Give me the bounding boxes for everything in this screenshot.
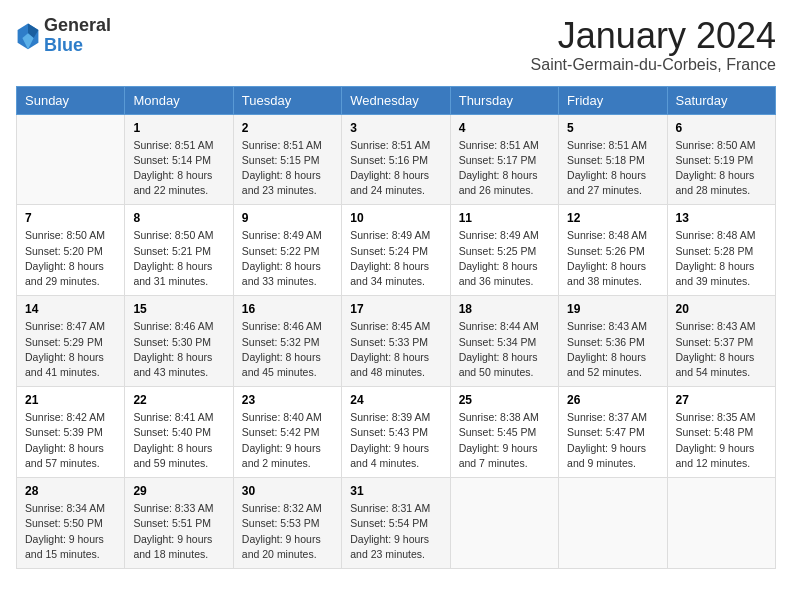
header-cell-friday: Friday — [559, 86, 667, 114]
day-number: 10 — [350, 211, 441, 225]
day-number: 6 — [676, 121, 767, 135]
day-info: Sunrise: 8:33 AM Sunset: 5:51 PM Dayligh… — [133, 501, 224, 562]
calendar-cell: 14Sunrise: 8:47 AM Sunset: 5:29 PM Dayli… — [17, 296, 125, 387]
week-row-0: 1Sunrise: 8:51 AM Sunset: 5:14 PM Daylig… — [17, 114, 776, 205]
calendar-cell: 26Sunrise: 8:37 AM Sunset: 5:47 PM Dayli… — [559, 387, 667, 478]
calendar-cell: 11Sunrise: 8:49 AM Sunset: 5:25 PM Dayli… — [450, 205, 558, 296]
calendar-cell: 23Sunrise: 8:40 AM Sunset: 5:42 PM Dayli… — [233, 387, 341, 478]
day-info: Sunrise: 8:43 AM Sunset: 5:36 PM Dayligh… — [567, 319, 658, 380]
day-number: 29 — [133, 484, 224, 498]
day-info: Sunrise: 8:49 AM Sunset: 5:24 PM Dayligh… — [350, 228, 441, 289]
calendar-cell: 20Sunrise: 8:43 AM Sunset: 5:37 PM Dayli… — [667, 296, 775, 387]
calendar-cell: 1Sunrise: 8:51 AM Sunset: 5:14 PM Daylig… — [125, 114, 233, 205]
day-number: 17 — [350, 302, 441, 316]
calendar-cell: 2Sunrise: 8:51 AM Sunset: 5:15 PM Daylig… — [233, 114, 341, 205]
calendar-cell: 17Sunrise: 8:45 AM Sunset: 5:33 PM Dayli… — [342, 296, 450, 387]
calendar-cell: 24Sunrise: 8:39 AM Sunset: 5:43 PM Dayli… — [342, 387, 450, 478]
day-info: Sunrise: 8:50 AM Sunset: 5:21 PM Dayligh… — [133, 228, 224, 289]
day-number: 28 — [25, 484, 116, 498]
day-info: Sunrise: 8:40 AM Sunset: 5:42 PM Dayligh… — [242, 410, 333, 471]
calendar-cell: 9Sunrise: 8:49 AM Sunset: 5:22 PM Daylig… — [233, 205, 341, 296]
day-number: 26 — [567, 393, 658, 407]
day-info: Sunrise: 8:32 AM Sunset: 5:53 PM Dayligh… — [242, 501, 333, 562]
day-info: Sunrise: 8:51 AM Sunset: 5:15 PM Dayligh… — [242, 138, 333, 199]
day-number: 2 — [242, 121, 333, 135]
calendar-cell: 5Sunrise: 8:51 AM Sunset: 5:18 PM Daylig… — [559, 114, 667, 205]
day-info: Sunrise: 8:49 AM Sunset: 5:22 PM Dayligh… — [242, 228, 333, 289]
day-number: 15 — [133, 302, 224, 316]
calendar-cell — [559, 478, 667, 569]
calendar-cell — [667, 478, 775, 569]
day-number: 4 — [459, 121, 550, 135]
day-number: 21 — [25, 393, 116, 407]
day-number: 12 — [567, 211, 658, 225]
calendar-cell: 25Sunrise: 8:38 AM Sunset: 5:45 PM Dayli… — [450, 387, 558, 478]
week-row-4: 28Sunrise: 8:34 AM Sunset: 5:50 PM Dayli… — [17, 478, 776, 569]
calendar-cell: 28Sunrise: 8:34 AM Sunset: 5:50 PM Dayli… — [17, 478, 125, 569]
day-info: Sunrise: 8:50 AM Sunset: 5:20 PM Dayligh… — [25, 228, 116, 289]
day-info: Sunrise: 8:47 AM Sunset: 5:29 PM Dayligh… — [25, 319, 116, 380]
day-info: Sunrise: 8:41 AM Sunset: 5:40 PM Dayligh… — [133, 410, 224, 471]
day-info: Sunrise: 8:48 AM Sunset: 5:28 PM Dayligh… — [676, 228, 767, 289]
calendar-cell: 8Sunrise: 8:50 AM Sunset: 5:21 PM Daylig… — [125, 205, 233, 296]
title-section: January 2024 Saint-Germain-du-Corbeis, F… — [531, 16, 776, 74]
week-row-3: 21Sunrise: 8:42 AM Sunset: 5:39 PM Dayli… — [17, 387, 776, 478]
day-number: 31 — [350, 484, 441, 498]
day-number: 7 — [25, 211, 116, 225]
calendar-header: SundayMondayTuesdayWednesdayThursdayFrid… — [17, 86, 776, 114]
day-number: 3 — [350, 121, 441, 135]
calendar-cell: 12Sunrise: 8:48 AM Sunset: 5:26 PM Dayli… — [559, 205, 667, 296]
day-number: 22 — [133, 393, 224, 407]
day-info: Sunrise: 8:46 AM Sunset: 5:32 PM Dayligh… — [242, 319, 333, 380]
calendar-cell — [17, 114, 125, 205]
calendar-cell: 13Sunrise: 8:48 AM Sunset: 5:28 PM Dayli… — [667, 205, 775, 296]
day-info: Sunrise: 8:34 AM Sunset: 5:50 PM Dayligh… — [25, 501, 116, 562]
month-title: January 2024 — [531, 16, 776, 56]
day-number: 5 — [567, 121, 658, 135]
calendar-cell: 31Sunrise: 8:31 AM Sunset: 5:54 PM Dayli… — [342, 478, 450, 569]
day-number: 9 — [242, 211, 333, 225]
week-row-2: 14Sunrise: 8:47 AM Sunset: 5:29 PM Dayli… — [17, 296, 776, 387]
calendar-cell: 22Sunrise: 8:41 AM Sunset: 5:40 PM Dayli… — [125, 387, 233, 478]
day-info: Sunrise: 8:37 AM Sunset: 5:47 PM Dayligh… — [567, 410, 658, 471]
logo-text-general: General — [44, 16, 111, 36]
calendar-cell: 15Sunrise: 8:46 AM Sunset: 5:30 PM Dayli… — [125, 296, 233, 387]
header-cell-saturday: Saturday — [667, 86, 775, 114]
day-info: Sunrise: 8:45 AM Sunset: 5:33 PM Dayligh… — [350, 319, 441, 380]
day-info: Sunrise: 8:38 AM Sunset: 5:45 PM Dayligh… — [459, 410, 550, 471]
calendar-cell: 18Sunrise: 8:44 AM Sunset: 5:34 PM Dayli… — [450, 296, 558, 387]
header-cell-tuesday: Tuesday — [233, 86, 341, 114]
day-number: 1 — [133, 121, 224, 135]
week-row-1: 7Sunrise: 8:50 AM Sunset: 5:20 PM Daylig… — [17, 205, 776, 296]
calendar-cell: 3Sunrise: 8:51 AM Sunset: 5:16 PM Daylig… — [342, 114, 450, 205]
day-info: Sunrise: 8:49 AM Sunset: 5:25 PM Dayligh… — [459, 228, 550, 289]
day-number: 25 — [459, 393, 550, 407]
header-cell-thursday: Thursday — [450, 86, 558, 114]
header-cell-sunday: Sunday — [17, 86, 125, 114]
calendar-cell: 16Sunrise: 8:46 AM Sunset: 5:32 PM Dayli… — [233, 296, 341, 387]
day-info: Sunrise: 8:35 AM Sunset: 5:48 PM Dayligh… — [676, 410, 767, 471]
day-number: 8 — [133, 211, 224, 225]
day-number: 19 — [567, 302, 658, 316]
calendar-cell: 19Sunrise: 8:43 AM Sunset: 5:36 PM Dayli… — [559, 296, 667, 387]
logo-text-blue: Blue — [44, 36, 111, 56]
header-cell-monday: Monday — [125, 86, 233, 114]
day-number: 24 — [350, 393, 441, 407]
header-row: SundayMondayTuesdayWednesdayThursdayFrid… — [17, 86, 776, 114]
day-number: 11 — [459, 211, 550, 225]
calendar-cell: 4Sunrise: 8:51 AM Sunset: 5:17 PM Daylig… — [450, 114, 558, 205]
calendar-cell — [450, 478, 558, 569]
day-number: 14 — [25, 302, 116, 316]
day-info: Sunrise: 8:51 AM Sunset: 5:17 PM Dayligh… — [459, 138, 550, 199]
day-info: Sunrise: 8:48 AM Sunset: 5:26 PM Dayligh… — [567, 228, 658, 289]
day-info: Sunrise: 8:51 AM Sunset: 5:16 PM Dayligh… — [350, 138, 441, 199]
day-info: Sunrise: 8:50 AM Sunset: 5:19 PM Dayligh… — [676, 138, 767, 199]
day-number: 20 — [676, 302, 767, 316]
day-info: Sunrise: 8:42 AM Sunset: 5:39 PM Dayligh… — [25, 410, 116, 471]
calendar-body: 1Sunrise: 8:51 AM Sunset: 5:14 PM Daylig… — [17, 114, 776, 568]
calendar-cell: 7Sunrise: 8:50 AM Sunset: 5:20 PM Daylig… — [17, 205, 125, 296]
day-number: 16 — [242, 302, 333, 316]
calendar-cell: 29Sunrise: 8:33 AM Sunset: 5:51 PM Dayli… — [125, 478, 233, 569]
day-info: Sunrise: 8:46 AM Sunset: 5:30 PM Dayligh… — [133, 319, 224, 380]
page-header: General Blue January 2024 Saint-Germain-… — [16, 16, 776, 74]
